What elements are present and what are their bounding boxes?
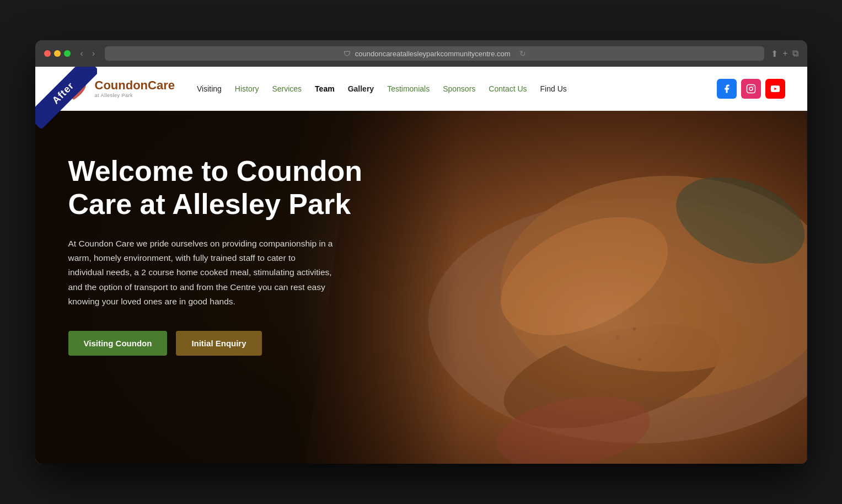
nav-findus[interactable]: Find Us [535, 81, 572, 96]
hero-section: Welcome to Coundon Care at Allesley Park… [35, 111, 807, 464]
logo-text: CoundonCare at Allesley Park [95, 79, 175, 98]
maximize-button[interactable] [64, 50, 71, 57]
hero-title: Welcome to Coundon Care at Allesley Park [68, 155, 377, 221]
svg-point-6 [749, 87, 753, 90]
minimize-button[interactable] [54, 50, 61, 57]
forward-button[interactable]: › [89, 47, 98, 60]
svg-point-18 [654, 341, 658, 345]
nav-team[interactable]: Team [309, 81, 340, 96]
youtube-icon[interactable] [765, 79, 785, 99]
nav-links: Visiting History Services Team Gallery T… [191, 81, 708, 96]
enquiry-button[interactable]: Initial Enquiry [176, 331, 261, 356]
nav-testimonials[interactable]: Testimonials [382, 81, 435, 96]
logo-name: CoundonCare [95, 79, 175, 92]
hero-description: At Coundon Care we pride ourselves on pr… [68, 237, 333, 309]
nav-visiting[interactable]: Visiting [191, 81, 227, 96]
nav-services[interactable]: Services [266, 81, 307, 96]
svg-point-7 [753, 86, 754, 87]
navigation: CoundonCare at Allesley Park Visiting Hi… [35, 67, 807, 111]
url-text: coundoncareatallesleyparkcommunitycentre… [355, 50, 511, 58]
svg-point-19 [638, 358, 641, 361]
share-icon[interactable]: ⬆ [771, 49, 778, 59]
website-content: After CoundonCare [35, 67, 807, 464]
back-button[interactable]: ‹ [77, 47, 87, 60]
browser-actions: ⬆ + ⧉ [771, 49, 798, 59]
logo-subtitle: at Allesley Park [95, 93, 175, 98]
facebook-icon[interactable] [717, 79, 737, 99]
svg-point-17 [632, 328, 636, 331]
instagram-icon[interactable] [741, 79, 761, 99]
svg-point-16 [615, 335, 620, 340]
nav-gallery[interactable]: Gallery [342, 81, 379, 96]
svg-rect-5 [747, 84, 755, 93]
address-bar[interactable]: 🛡 coundoncareatallesleyparkcommunitycent… [105, 46, 764, 61]
after-badge: After [35, 67, 97, 128]
nav-history[interactable]: History [229, 81, 265, 96]
browser-nav-buttons: ‹ › [77, 47, 99, 60]
tabs-icon[interactable]: ⧉ [792, 49, 798, 59]
new-tab-icon[interactable]: + [782, 49, 787, 59]
hero-content: Welcome to Coundon Care at Allesley Park… [35, 111, 410, 400]
traffic-lights [44, 50, 71, 57]
after-badge-label: After [35, 67, 97, 128]
browser-window: ‹ › 🛡 coundoncareatallesleyparkcommunity… [35, 40, 807, 464]
social-icons [717, 79, 785, 99]
security-icon: 🛡 [344, 50, 351, 58]
reload-icon[interactable]: ↻ [519, 49, 526, 58]
nav-sponsors[interactable]: Sponsors [437, 81, 481, 96]
close-button[interactable] [44, 50, 51, 57]
hero-buttons: Visiting Coundon Initial Enquiry [68, 331, 377, 356]
browser-chrome: ‹ › 🛡 coundoncareatallesleyparkcommunity… [35, 40, 807, 67]
nav-contact[interactable]: Contact Us [483, 81, 532, 96]
visiting-button[interactable]: Visiting Coundon [68, 331, 168, 356]
